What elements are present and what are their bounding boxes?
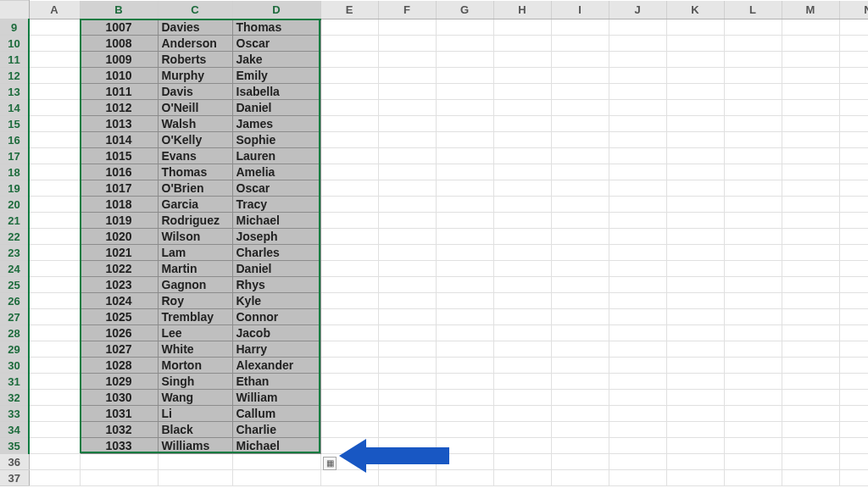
cell-K35[interactable] — [666, 438, 724, 454]
cell-H18[interactable] — [493, 164, 551, 180]
cell-N24[interactable] — [839, 261, 868, 277]
column-header-G[interactable]: G — [436, 1, 493, 19]
cell-I29[interactable] — [551, 341, 609, 358]
cell-C24[interactable]: Martin — [158, 261, 232, 277]
cell-F22[interactable] — [378, 229, 436, 245]
cell-J25[interactable] — [609, 277, 666, 293]
cell-G36[interactable] — [436, 454, 493, 470]
cell-J36[interactable] — [609, 454, 666, 470]
cell-E28[interactable] — [320, 325, 378, 341]
cell-L36[interactable] — [724, 454, 782, 470]
cell-F33[interactable] — [378, 406, 436, 422]
cell-I35[interactable] — [551, 438, 609, 454]
cell-D22[interactable]: Joseph — [232, 229, 320, 245]
cell-K25[interactable] — [666, 277, 724, 293]
cell-G20[interactable] — [436, 197, 493, 213]
cell-B14[interactable]: 1012 — [80, 100, 158, 116]
cell-M25[interactable] — [782, 277, 839, 293]
cell-G11[interactable] — [436, 52, 493, 68]
cell-C14[interactable]: O'Neill — [158, 100, 232, 116]
cell-L10[interactable] — [724, 36, 782, 52]
row-header-13[interactable]: 13 — [0, 84, 29, 100]
row-header-10[interactable]: 10 — [0, 36, 29, 52]
cell-L34[interactable] — [724, 422, 782, 438]
cell-E23[interactable] — [320, 245, 378, 261]
cell-J16[interactable] — [609, 132, 666, 148]
cell-N34[interactable] — [839, 422, 868, 438]
cell-N22[interactable] — [839, 229, 868, 245]
cell-M29[interactable] — [782, 341, 839, 358]
cell-J33[interactable] — [609, 406, 666, 422]
cell-E19[interactable] — [320, 180, 378, 197]
cell-C22[interactable]: Wilson — [158, 229, 232, 245]
cell-E30[interactable] — [320, 358, 378, 374]
row-header-31[interactable]: 31 — [0, 374, 29, 390]
cell-N23[interactable] — [839, 245, 868, 261]
cell-D30[interactable]: Alexander — [232, 358, 320, 374]
cell-H36[interactable] — [493, 454, 551, 470]
cell-D10[interactable]: Oscar — [232, 36, 320, 52]
cell-I10[interactable] — [551, 36, 609, 52]
cell-E29[interactable] — [320, 341, 378, 358]
cell-A37[interactable] — [29, 470, 80, 486]
cell-K36[interactable] — [666, 454, 724, 470]
cell-G24[interactable] — [436, 261, 493, 277]
cell-K16[interactable] — [666, 132, 724, 148]
cell-D15[interactable]: James — [232, 116, 320, 132]
cell-C35[interactable]: Williams — [158, 438, 232, 454]
cell-M36[interactable] — [782, 454, 839, 470]
cell-C31[interactable]: Singh — [158, 374, 232, 390]
cell-M12[interactable] — [782, 68, 839, 84]
cell-C32[interactable]: Wang — [158, 390, 232, 406]
cell-B35[interactable]: 1033 — [80, 438, 158, 454]
cell-F11[interactable] — [378, 52, 436, 68]
select-all-corner[interactable] — [0, 1, 29, 19]
cell-D27[interactable]: Connor — [232, 309, 320, 325]
row-header-20[interactable]: 20 — [0, 197, 29, 213]
cell-I25[interactable] — [551, 277, 609, 293]
cell-K32[interactable] — [666, 390, 724, 406]
cell-A32[interactable] — [29, 390, 80, 406]
cell-D32[interactable]: William — [232, 390, 320, 406]
cell-A20[interactable] — [29, 197, 80, 213]
cell-F36[interactable] — [378, 454, 436, 470]
cell-L35[interactable] — [724, 438, 782, 454]
cell-C16[interactable]: O'Kelly — [158, 132, 232, 148]
cell-N12[interactable] — [839, 68, 868, 84]
cell-K17[interactable] — [666, 148, 724, 164]
cell-D37[interactable] — [232, 470, 320, 486]
cell-F32[interactable] — [378, 390, 436, 406]
cell-H25[interactable] — [493, 277, 551, 293]
cell-F26[interactable] — [378, 293, 436, 309]
cell-E11[interactable] — [320, 52, 378, 68]
cell-L14[interactable] — [724, 100, 782, 116]
cell-M23[interactable] — [782, 245, 839, 261]
cell-A18[interactable] — [29, 164, 80, 180]
cell-I27[interactable] — [551, 309, 609, 325]
cell-B28[interactable]: 1026 — [80, 325, 158, 341]
cell-H21[interactable] — [493, 213, 551, 229]
cell-J15[interactable] — [609, 116, 666, 132]
cell-G37[interactable] — [436, 470, 493, 486]
cell-C27[interactable]: Tremblay — [158, 309, 232, 325]
cell-L29[interactable] — [724, 341, 782, 358]
cell-E31[interactable] — [320, 374, 378, 390]
cell-L27[interactable] — [724, 309, 782, 325]
cell-K12[interactable] — [666, 68, 724, 84]
cell-H16[interactable] — [493, 132, 551, 148]
cell-L15[interactable] — [724, 116, 782, 132]
cell-J11[interactable] — [609, 52, 666, 68]
cell-H12[interactable] — [493, 68, 551, 84]
cell-F29[interactable] — [378, 341, 436, 358]
cell-L19[interactable] — [724, 180, 782, 197]
cell-C37[interactable] — [158, 470, 232, 486]
cell-K11[interactable] — [666, 52, 724, 68]
cell-C10[interactable]: Anderson — [158, 36, 232, 52]
cell-N11[interactable] — [839, 52, 868, 68]
cell-G26[interactable] — [436, 293, 493, 309]
cell-K9[interactable] — [666, 19, 724, 36]
cell-E22[interactable] — [320, 229, 378, 245]
row-header-21[interactable]: 21 — [0, 213, 29, 229]
cell-L23[interactable] — [724, 245, 782, 261]
cell-J14[interactable] — [609, 100, 666, 116]
